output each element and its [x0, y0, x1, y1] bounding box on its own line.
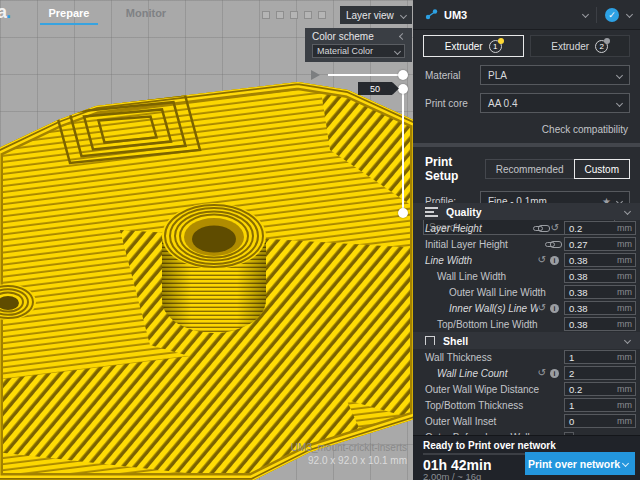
- extruder-1-badge: 1: [489, 40, 502, 53]
- extruder-2-tab[interactable]: Extruder 2: [530, 35, 631, 57]
- setting-row[interactable]: Top/Bottom Thickness1mm: [413, 397, 640, 413]
- setting-row[interactable]: Initial Layer Height0.27mm: [413, 236, 640, 252]
- setting-value-field[interactable]: 0.2mm: [564, 382, 636, 396]
- setting-label: Top/Bottom Line Width: [413, 319, 559, 330]
- setting-row[interactable]: Line Width↺i0.38mm: [413, 252, 640, 268]
- setting-value-field[interactable]: 2: [564, 366, 636, 380]
- quality-icon: [425, 207, 438, 209]
- setting-value-field[interactable]: 1mm: [564, 398, 636, 412]
- extruder-1-tab[interactable]: Extruder 1: [423, 35, 524, 57]
- printer-name: UM3: [444, 9, 583, 21]
- setting-value-field[interactable]: 0.27mm: [564, 237, 636, 251]
- view-3d-icon[interactable]: [262, 11, 270, 19]
- view-mode-dropdown[interactable]: Layer view: [340, 6, 412, 24]
- setting-unit: mm: [617, 319, 632, 329]
- chevron-down-icon: [616, 71, 623, 78]
- setting-value-field[interactable]: 0mm: [564, 414, 636, 428]
- view-right-icon[interactable]: [318, 11, 326, 19]
- setting-row[interactable]: Outer Wall Line Width0.38mm: [413, 284, 640, 300]
- info-icon[interactable]: i: [550, 256, 559, 265]
- setting-value-field[interactable]: 0.38mm: [564, 253, 636, 267]
- setting-row[interactable]: Inner Wall(s) Line Width↺i0.38mm: [413, 300, 640, 316]
- setting-row[interactable]: Layer Height↺0.2mm: [413, 220, 640, 236]
- setting-icons: [545, 242, 559, 247]
- setting-row[interactable]: Wall Line Width0.38mm: [413, 268, 640, 284]
- setting-value-field[interactable]: 0.2mm: [564, 221, 636, 235]
- camera-view-icons: [262, 11, 326, 19]
- logo-dot: .: [6, 2, 10, 22]
- layer-slider-upper-handle[interactable]: [398, 84, 408, 94]
- setting-row[interactable]: Outer Wall Wipe Distance0.2mm: [413, 381, 640, 397]
- print-core-row: Print core AA 0.4: [413, 89, 640, 117]
- chevron-down-icon: [624, 337, 631, 344]
- setting-label: Outer Wall Wipe Distance: [413, 384, 559, 395]
- revert-icon[interactable]: ↺: [538, 303, 546, 313]
- color-scheme-dropdown[interactable]: Material Color: [312, 44, 405, 58]
- setting-unit: mm: [617, 287, 632, 297]
- tab-monitor[interactable]: Monitor: [118, 7, 174, 19]
- material-dropdown[interactable]: PLA: [480, 65, 630, 85]
- shell-icon: [425, 336, 435, 345]
- setting-unit: mm: [617, 384, 632, 394]
- extruder-tabs: Extruder 1 Extruder 2: [413, 30, 640, 61]
- tab-prepare[interactable]: Prepare: [40, 7, 98, 19]
- setting-value-field[interactable]: 0.38mm: [564, 269, 636, 283]
- view-top-icon[interactable]: [290, 11, 298, 19]
- section-header-shell[interactable]: Shell: [413, 332, 640, 349]
- info-icon[interactable]: i: [550, 304, 559, 313]
- setting-unit: mm: [617, 352, 632, 362]
- setting-value: 0.2: [569, 223, 617, 234]
- chevron-down-icon: [582, 11, 589, 18]
- extruder-2-badge: 2: [595, 40, 608, 53]
- setting-value: 0.38: [569, 255, 617, 266]
- setting-value: 0.27: [569, 239, 617, 250]
- play-simulation-button[interactable]: [311, 70, 320, 80]
- check-compatibility-link[interactable]: Check compatibility: [542, 124, 628, 135]
- connection-status-icon[interactable]: ✓: [605, 8, 619, 22]
- custom-mode-button[interactable]: Custom: [574, 159, 630, 179]
- layer-slider-track[interactable]: [402, 88, 404, 213]
- printer-selector[interactable]: UM3 ✓: [413, 0, 640, 30]
- collapse-icon[interactable]: [399, 33, 406, 40]
- layer-slider-lower-handle[interactable]: [398, 208, 408, 218]
- setting-label: Wall Thickness: [413, 352, 559, 363]
- revert-icon[interactable]: ↺: [538, 368, 546, 378]
- setting-label: Line Width: [413, 255, 538, 266]
- sliced-model[interactable]: [0, 0, 413, 480]
- print-core-dropdown[interactable]: AA 0.4: [480, 93, 630, 113]
- setting-row[interactable]: Top/Bottom Line Width0.38mm: [413, 316, 640, 332]
- view-front-icon[interactable]: [276, 11, 284, 19]
- setting-value-field[interactable]: 0.38mm: [564, 301, 636, 315]
- setting-value-field[interactable]: 0.38mm: [564, 317, 636, 331]
- chevron-down-icon: [622, 460, 629, 467]
- 3d-viewport[interactable]: a. Prepare Monitor Layer view Color sche…: [0, 0, 413, 480]
- setting-icons: ↺i: [538, 255, 559, 265]
- setting-unit: mm: [617, 400, 632, 410]
- print-setup-title: Print Setup: [425, 155, 485, 183]
- recommended-mode-button[interactable]: Recommended: [485, 159, 574, 179]
- section-header-quality[interactable]: Quality: [413, 203, 640, 220]
- setting-row[interactable]: Wall Line Count↺i2: [413, 365, 640, 381]
- model-dimensions: 92.0 x 92.0 x 10.1 mm: [291, 455, 407, 466]
- model-filename: UM3_mount-crickit-inserts: [291, 442, 407, 453]
- setting-label: Inner Wall(s) Line Width: [413, 303, 538, 314]
- print-over-network-button[interactable]: Print over network: [525, 452, 635, 475]
- setting-value-field[interactable]: 0.38mm: [564, 285, 636, 299]
- setting-value-field[interactable]: 1mm: [564, 350, 636, 364]
- simulation-slider-track[interactable]: [328, 74, 402, 76]
- chevron-down-icon: [394, 47, 401, 54]
- revert-icon[interactable]: ↺: [551, 223, 559, 233]
- settings-list: QualityLayer Height↺0.2mmInitial Layer H…: [413, 203, 640, 435]
- model-cylinder: [162, 203, 266, 333]
- print-core-label: Print core: [425, 98, 480, 109]
- info-icon[interactable]: i: [550, 369, 559, 378]
- revert-icon[interactable]: ↺: [538, 255, 546, 265]
- network-printer-icon: [425, 8, 438, 21]
- setting-unit: mm: [617, 255, 632, 265]
- setting-label: Layer Height: [413, 223, 533, 234]
- setting-row[interactable]: Wall Thickness1mm: [413, 349, 640, 365]
- chevron-down-icon[interactable]: [626, 11, 633, 18]
- setting-row[interactable]: Outer Wall Inset0mm: [413, 413, 640, 429]
- simulation-slider-handle[interactable]: [398, 70, 408, 80]
- view-left-icon[interactable]: [304, 11, 312, 19]
